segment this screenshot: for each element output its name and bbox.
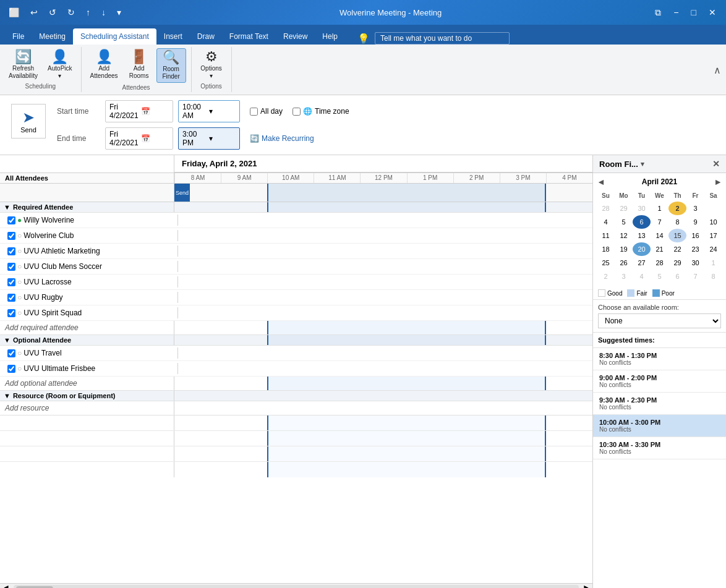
mens-soccer-checkbox[interactable] bbox=[7, 263, 15, 271]
maximize-icon[interactable]: □ bbox=[686, 5, 701, 20]
quick-access[interactable]: ↩ bbox=[27, 6, 41, 19]
cal-day-19[interactable]: 19 bbox=[615, 242, 633, 256]
search-box[interactable]: Tell me what you want to do bbox=[375, 32, 510, 45]
cal-day-3-next[interactable]: 3 bbox=[615, 270, 633, 283]
cal-day-29-prev[interactable]: 29 bbox=[615, 202, 633, 215]
room-finder-button[interactable]: 🔍 RoomFinder bbox=[156, 48, 186, 83]
start-date-calendar-icon[interactable]: 📅 bbox=[141, 107, 169, 116]
horizontal-scrollbar[interactable]: ◄ ► bbox=[0, 583, 592, 588]
tab-help[interactable]: Help bbox=[315, 28, 345, 45]
cal-day-28[interactable]: 28 bbox=[651, 256, 668, 270]
add-resource-button[interactable]: Add resource bbox=[0, 401, 174, 415]
required-toggle-icon[interactable]: ▼ bbox=[4, 203, 11, 211]
more-icon[interactable]: ▾ bbox=[113, 6, 125, 19]
cal-day-8-next[interactable]: 8 bbox=[704, 270, 722, 283]
cal-day-2[interactable]: 2 bbox=[668, 202, 686, 215]
tab-file[interactable]: File bbox=[5, 28, 32, 45]
lacrosse-checkbox[interactable] bbox=[7, 278, 15, 286]
willy-checkbox[interactable] bbox=[7, 216, 15, 224]
window-controls[interactable]: ⬜ ↩ ↺ ↻ ↑ ↓ ▾ bbox=[5, 6, 125, 19]
travel-checkbox[interactable] bbox=[7, 349, 15, 357]
scrollbar-track[interactable] bbox=[14, 585, 579, 589]
room-finder-expand-icon[interactable]: ▾ bbox=[641, 160, 644, 168]
tab-draw[interactable]: Draw bbox=[190, 28, 222, 45]
redo-icon[interactable]: ↻ bbox=[64, 6, 79, 19]
cal-prev-button[interactable]: ◄ bbox=[597, 177, 605, 187]
cal-day-26[interactable]: 26 bbox=[615, 256, 633, 270]
cal-day-7-next[interactable]: 7 bbox=[686, 270, 704, 283]
end-time-dropdown[interactable]: 3:00 PM ▾ bbox=[178, 127, 240, 150]
cal-day-30[interactable]: 30 bbox=[686, 256, 704, 270]
all-day-checkbox[interactable] bbox=[250, 108, 258, 116]
autopick-button[interactable]: 👤 AutoPick▾ bbox=[44, 48, 75, 82]
cal-day-4-next[interactable]: 4 bbox=[633, 270, 651, 283]
restore-window-icon[interactable]: ⧉ bbox=[650, 5, 666, 20]
cal-day-4[interactable]: 4 bbox=[597, 215, 615, 229]
suggestion-0[interactable]: 8:30 AM - 1:30 PM No conflicts bbox=[593, 348, 726, 370]
wolverine-club-checkbox[interactable] bbox=[7, 232, 15, 240]
restore-icon[interactable]: ⬜ bbox=[5, 6, 23, 19]
options-button[interactable]: ⚙ Options▾ bbox=[197, 48, 226, 82]
tab-format-text[interactable]: Format Text bbox=[222, 28, 276, 45]
spirit-squad-checkbox[interactable] bbox=[7, 309, 15, 317]
scrollbar-thumb[interactable] bbox=[16, 586, 53, 589]
cal-day-14[interactable]: 14 bbox=[651, 229, 668, 242]
close-icon[interactable]: ✕ bbox=[704, 5, 721, 20]
add-attendees-button[interactable]: 👤 AddAttendees bbox=[87, 48, 122, 82]
cal-day-2-next[interactable]: 2 bbox=[597, 270, 615, 283]
refresh-availability-button[interactable]: 🔄 RefreshAvailability bbox=[5, 48, 41, 82]
cal-day-10[interactable]: 10 bbox=[704, 215, 722, 229]
start-date-input[interactable]: Fri 4/2/2021 📅 bbox=[105, 100, 173, 122]
cal-next-button[interactable]: ► bbox=[714, 177, 722, 187]
cal-day-1-next[interactable]: 1 bbox=[704, 256, 722, 270]
ribbon-collapse-button[interactable]: ∧ bbox=[714, 64, 721, 75]
cal-day-16[interactable]: 16 bbox=[686, 229, 704, 242]
attendees-grid-scroll[interactable]: ▼ Required Attendee ● Willy Wolverine bbox=[0, 202, 592, 583]
cal-day-5-next[interactable]: 5 bbox=[651, 270, 668, 283]
tab-meeting[interactable]: Meeting bbox=[32, 28, 73, 45]
add-rooms-button[interactable]: 🚪 AddRooms bbox=[124, 48, 154, 82]
cal-day-5[interactable]: 5 bbox=[615, 215, 633, 229]
cal-day-23[interactable]: 23 bbox=[686, 242, 704, 256]
help-icon[interactable]: 💡 bbox=[357, 33, 370, 45]
cal-day-11[interactable]: 11 bbox=[597, 229, 615, 242]
suggestion-2[interactable]: 9:30 AM - 2:30 PM No conflicts bbox=[593, 393, 726, 415]
cal-day-13[interactable]: 13 bbox=[633, 229, 651, 242]
undo-icon[interactable]: ↺ bbox=[45, 6, 60, 19]
minimize-icon[interactable]: − bbox=[668, 5, 683, 20]
suggestion-3[interactable]: 10:00 AM - 3:00 PM No conflicts bbox=[593, 415, 726, 437]
cal-day-29[interactable]: 29 bbox=[668, 256, 686, 270]
scroll-left-icon[interactable]: ◄ bbox=[0, 583, 12, 589]
timezone-checkbox[interactable] bbox=[293, 108, 301, 116]
make-recurring-button[interactable]: 🔄 Make Recurring bbox=[250, 134, 314, 143]
cal-day-15[interactable]: 15 bbox=[668, 229, 686, 242]
suggestion-4[interactable]: 10:30 AM - 3:30 PM No conflicts bbox=[593, 437, 726, 459]
cal-day-17[interactable]: 17 bbox=[704, 229, 722, 242]
window-action-buttons[interactable]: ⧉ − □ ✕ bbox=[650, 5, 721, 20]
cal-day-1[interactable]: 1 bbox=[651, 202, 668, 215]
rugby-checkbox[interactable] bbox=[7, 294, 15, 302]
end-time-chevron-icon[interactable]: ▾ bbox=[209, 134, 236, 143]
end-date-calendar-icon[interactable]: 📅 bbox=[141, 134, 169, 143]
cal-day-30-prev[interactable]: 30 bbox=[633, 202, 651, 215]
cal-day-27[interactable]: 27 bbox=[633, 256, 651, 270]
tab-insert[interactable]: Insert bbox=[156, 28, 190, 45]
cal-day-28-prev[interactable]: 28 bbox=[597, 202, 615, 215]
start-time-chevron-icon[interactable]: ▾ bbox=[209, 107, 236, 116]
cal-day-6-next[interactable]: 6 bbox=[668, 270, 686, 283]
start-time-dropdown[interactable]: 10:00 AM ▾ bbox=[178, 100, 240, 122]
add-optional-attendee-button[interactable]: Add optional attendee bbox=[0, 377, 174, 390]
cal-day-25[interactable]: 25 bbox=[597, 256, 615, 270]
end-date-input[interactable]: Fri 4/2/2021 📅 bbox=[105, 127, 173, 150]
cal-day-6[interactable]: 6 bbox=[633, 215, 651, 229]
down-icon[interactable]: ↓ bbox=[98, 6, 109, 19]
cal-day-7[interactable]: 7 bbox=[651, 215, 668, 229]
tab-scheduling-assistant[interactable]: Scheduling Assistant bbox=[73, 28, 156, 45]
add-required-attendee-button[interactable]: Add required attendee bbox=[0, 321, 174, 334]
athletic-marketing-checkbox[interactable] bbox=[7, 247, 15, 255]
cal-day-8[interactable]: 8 bbox=[668, 215, 686, 229]
up-icon[interactable]: ↑ bbox=[82, 6, 94, 19]
frisbee-checkbox[interactable] bbox=[7, 365, 15, 373]
cal-day-24[interactable]: 24 bbox=[704, 242, 722, 256]
resource-toggle-icon[interactable]: ▼ bbox=[4, 392, 11, 399]
